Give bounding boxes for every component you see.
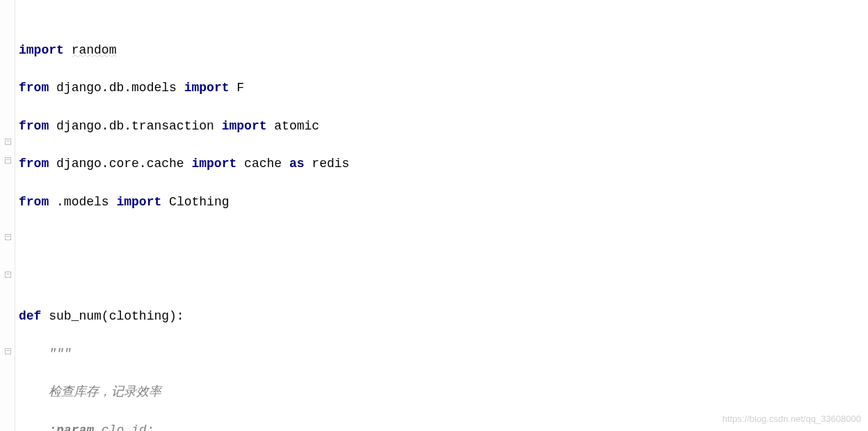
code-line[interactable] — [19, 231, 868, 250]
code-line[interactable]: import random — [19, 41, 868, 60]
code-area[interactable]: import random from django.db.models impo… — [15, 0, 868, 431]
code-editor[interactable]: − − − − − import random from django.db.m… — [0, 0, 868, 431]
code-line[interactable] — [19, 269, 868, 288]
fold-icon[interactable]: − — [5, 272, 11, 278]
code-line[interactable]: from django.db.transaction import atomic — [19, 117, 868, 136]
fold-icon[interactable]: − — [5, 157, 11, 164]
fold-icon[interactable]: − — [5, 234, 11, 240]
code-line[interactable]: from django.core.cache import cache as r… — [19, 155, 868, 173]
code-line[interactable]: 检查库存，记录效率 — [19, 383, 868, 402]
code-line[interactable]: :param clo_id: — [19, 421, 868, 431]
fold-icon[interactable]: − — [5, 139, 11, 145]
gutter: − − − − − — [0, 0, 15, 431]
code-line[interactable]: """ — [19, 345, 868, 363]
code-line[interactable]: from django.db.models import F — [19, 79, 868, 97]
fold-icon[interactable]: − — [5, 348, 11, 354]
code-line[interactable]: def sub_num(clothing): — [19, 307, 868, 326]
code-line[interactable]: from .models import Clothing — [19, 193, 868, 212]
